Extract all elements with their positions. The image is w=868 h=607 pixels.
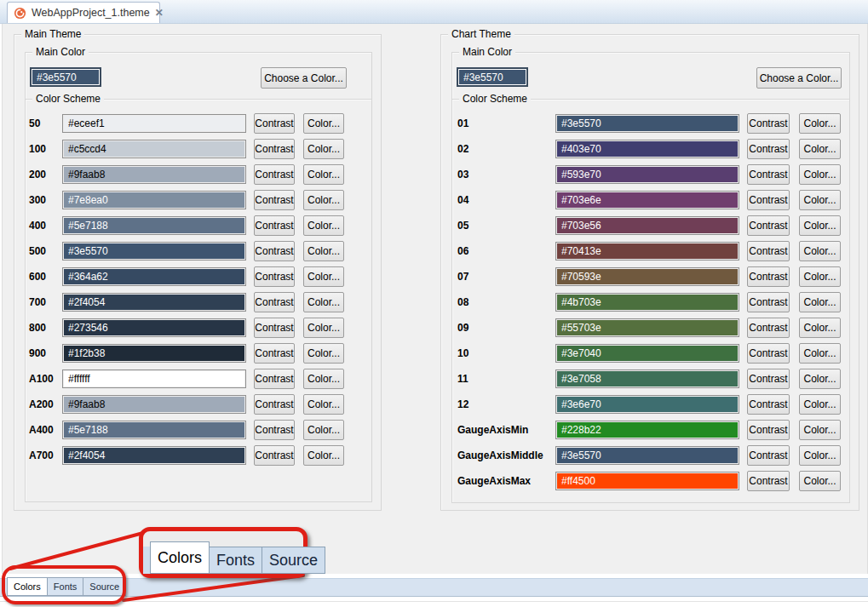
color-picker-button[interactable]: Color... (303, 394, 344, 415)
color-hex-field[interactable] (555, 216, 739, 235)
color-picker-button[interactable]: Color... (799, 215, 841, 236)
contrast-button[interactable]: Contrast (254, 266, 295, 287)
editor-tab-webappproject-theme[interactable]: WebAppProject_1.theme ✕ (7, 2, 160, 23)
color-picker-button[interactable]: Color... (303, 343, 344, 364)
contrast-button[interactable]: Contrast (254, 420, 295, 440)
contrast-button[interactable]: Contrast (747, 215, 790, 236)
color-picker-button[interactable]: Color... (799, 190, 841, 210)
color-scheme-rows: 01ContrastColor...02ContrastColor...03Co… (452, 111, 849, 494)
contrast-button[interactable]: Contrast (747, 292, 790, 312)
color-picker-button[interactable]: Color... (799, 394, 841, 415)
color-hex-field[interactable] (555, 114, 739, 133)
color-hex-field[interactable] (62, 267, 246, 286)
contrast-button[interactable]: Contrast (747, 139, 790, 159)
color-hex-field[interactable] (62, 395, 246, 414)
contrast-button[interactable]: Contrast (747, 266, 790, 287)
color-hex-field[interactable] (62, 318, 246, 337)
scheme-key-label: 50 (29, 117, 60, 129)
contrast-button[interactable]: Contrast (747, 394, 790, 415)
color-picker-button[interactable]: Color... (799, 266, 841, 287)
color-hex-field[interactable] (62, 114, 246, 133)
contrast-button[interactable]: Contrast (254, 190, 295, 210)
contrast-button[interactable]: Contrast (747, 471, 790, 491)
contrast-button[interactable]: Contrast (747, 164, 790, 185)
contrast-button[interactable]: Contrast (254, 445, 295, 466)
color-hex-field[interactable] (62, 293, 246, 312)
color-picker-button[interactable]: Color... (303, 318, 344, 338)
color-picker-button[interactable]: Color... (799, 445, 841, 466)
color-hex-field[interactable] (555, 446, 739, 465)
color-hex-field[interactable] (555, 318, 739, 337)
contrast-button[interactable]: Contrast (254, 164, 295, 185)
main-color-hex-field[interactable] (30, 67, 101, 87)
contrast-button[interactable]: Contrast (254, 318, 295, 338)
contrast-button[interactable]: Contrast (254, 139, 295, 159)
contrast-button[interactable]: Contrast (747, 343, 790, 364)
color-hex-field[interactable] (555, 242, 739, 261)
contrast-button[interactable]: Contrast (747, 445, 790, 466)
contrast-button[interactable]: Contrast (747, 113, 790, 134)
color-hex-field[interactable] (555, 421, 739, 439)
color-hex-field[interactable] (555, 267, 739, 286)
color-picker-button[interactable]: Color... (799, 292, 841, 312)
contrast-button[interactable]: Contrast (254, 215, 295, 236)
color-hex-field[interactable] (555, 140, 739, 158)
tab-source[interactable]: Source (83, 577, 126, 596)
color-picker-button[interactable]: Color... (799, 113, 841, 134)
color-hex-field[interactable] (555, 165, 739, 184)
theme-editor-window: WebAppProject_1.theme ✕ Main Theme Main … (0, 0, 868, 607)
color-picker-button[interactable]: Color... (303, 445, 344, 466)
contrast-button[interactable]: Contrast (747, 318, 790, 338)
contrast-button[interactable]: Contrast (254, 292, 295, 312)
color-scheme-row: 200ContrastColor... (26, 162, 371, 187)
color-picker-button[interactable]: Color... (303, 292, 344, 312)
color-hex-field[interactable] (62, 216, 246, 235)
color-picker-button[interactable]: Color... (799, 164, 841, 185)
color-picker-button[interactable]: Color... (303, 164, 344, 185)
color-hex-field[interactable] (555, 395, 739, 414)
color-picker-button[interactable]: Color... (799, 343, 841, 364)
main-color-hex-field[interactable] (457, 67, 528, 87)
choose-color-button[interactable]: Choose a Color... (261, 67, 347, 89)
color-picker-button[interactable]: Color... (303, 369, 344, 389)
color-hex-field[interactable] (555, 344, 739, 363)
color-picker-button[interactable]: Color... (799, 420, 841, 440)
contrast-button[interactable]: Contrast (254, 394, 295, 415)
tab-fonts[interactable]: Fonts (48, 577, 84, 596)
tab-colors[interactable]: Colors (7, 577, 48, 596)
contrast-button[interactable]: Contrast (254, 369, 295, 389)
color-hex-field[interactable] (62, 421, 246, 439)
color-hex-field[interactable] (62, 165, 246, 184)
contrast-button[interactable]: Contrast (747, 241, 790, 261)
color-hex-field[interactable] (62, 369, 246, 388)
color-hex-field[interactable] (555, 191, 739, 209)
color-picker-button[interactable]: Color... (799, 369, 841, 389)
color-hex-field[interactable] (555, 369, 739, 388)
color-picker-button[interactable]: Color... (303, 215, 344, 236)
color-picker-button[interactable]: Color... (799, 139, 841, 159)
contrast-button[interactable]: Contrast (254, 343, 295, 364)
color-picker-button[interactable]: Color... (303, 266, 344, 287)
color-picker-button[interactable]: Color... (799, 471, 841, 491)
color-picker-button[interactable]: Color... (303, 190, 344, 210)
contrast-button[interactable]: Contrast (747, 190, 790, 210)
color-hex-field[interactable] (62, 344, 246, 363)
color-hex-field[interactable] (62, 242, 246, 261)
choose-color-button[interactable]: Choose a Color... (756, 67, 842, 89)
color-hex-field[interactable] (62, 191, 246, 209)
contrast-button[interactable]: Contrast (254, 113, 295, 134)
color-picker-button[interactable]: Color... (303, 113, 344, 134)
contrast-button[interactable]: Contrast (747, 369, 790, 389)
color-hex-field[interactable] (62, 140, 246, 158)
color-hex-field[interactable] (62, 446, 246, 465)
color-picker-button[interactable]: Color... (799, 241, 841, 261)
close-icon[interactable]: ✕ (155, 8, 164, 18)
contrast-button[interactable]: Contrast (254, 241, 295, 261)
color-picker-button[interactable]: Color... (303, 139, 344, 159)
color-picker-button[interactable]: Color... (303, 241, 344, 261)
color-hex-field[interactable] (555, 293, 739, 312)
contrast-button[interactable]: Contrast (747, 420, 790, 440)
color-picker-button[interactable]: Color... (799, 318, 841, 338)
color-picker-button[interactable]: Color... (303, 420, 344, 440)
color-hex-field[interactable] (555, 472, 739, 490)
